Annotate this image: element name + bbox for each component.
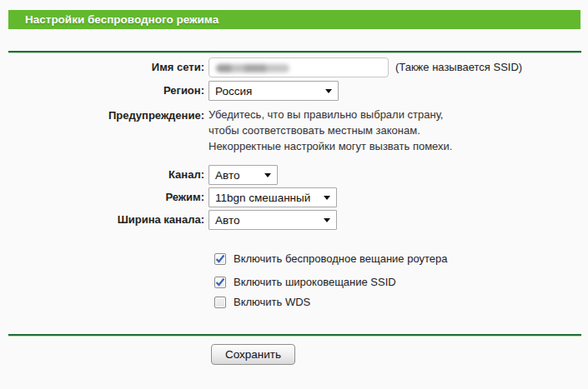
channel-width-select[interactable]: Авто bbox=[209, 210, 337, 230]
section-header: Настройки беспроводного режима bbox=[8, 10, 580, 29]
divider-top bbox=[8, 51, 581, 53]
checkmark-icon bbox=[215, 254, 225, 264]
enable-wds-row[interactable]: Включить WDS bbox=[214, 296, 310, 308]
channel-select[interactable]: Авто bbox=[209, 165, 278, 185]
region-row: Регион: Россия bbox=[0, 81, 588, 101]
chevron-down-icon bbox=[324, 196, 330, 200]
mode-label: Режим: bbox=[0, 187, 204, 207]
mode-select[interactable]: 11bgn смешанный bbox=[209, 187, 337, 207]
region-select[interactable]: Россия bbox=[209, 81, 339, 101]
chevron-down-icon bbox=[324, 218, 330, 222]
divider-bottom bbox=[8, 334, 581, 337]
ssid-note: (Также называется SSID) bbox=[395, 57, 522, 77]
channel-width-label: Ширина канала: bbox=[0, 210, 204, 230]
enable-wds-label: Включить WDS bbox=[234, 296, 310, 308]
network-name-input[interactable] bbox=[209, 57, 389, 77]
enable-ssid-broadcast-row[interactable]: Включить широковещание SSID bbox=[214, 276, 396, 288]
enable-ssid-broadcast-checkbox[interactable] bbox=[214, 277, 226, 288]
network-name-label: Имя сети: bbox=[0, 57, 204, 77]
channel-width-value: Авто bbox=[215, 214, 239, 227]
enable-ssid-broadcast-label: Включить широковещание SSID bbox=[234, 276, 396, 288]
warning-line: чтобы соответствовать местным законам. bbox=[209, 122, 452, 138]
save-button[interactable]: Сохранить bbox=[211, 344, 295, 365]
warning-label: Предупреждение: bbox=[0, 107, 204, 122]
channel-row: Канал: Авто bbox=[0, 165, 588, 185]
channel-width-row: Ширина канала: Авто bbox=[0, 210, 588, 230]
channel-label: Канал: bbox=[0, 165, 204, 185]
enable-wireless-radio-label: Включить беспроводное вещание роутера bbox=[234, 252, 448, 265]
region-value: Россия bbox=[215, 85, 252, 97]
warning-row: Предупреждение: Убедитесь, что вы правил… bbox=[0, 107, 588, 154]
wireless-settings-page: Настройки беспроводного режима Имя сети:… bbox=[0, 0, 588, 389]
network-name-row: Имя сети: (Также называется SSID) bbox=[0, 57, 588, 77]
channel-value: Авто bbox=[215, 169, 239, 182]
page-title: Настройки беспроводного режима bbox=[25, 13, 219, 26]
mode-row: Режим: 11bgn смешанный bbox=[0, 187, 588, 207]
enable-wireless-radio-checkbox[interactable] bbox=[214, 253, 226, 265]
chevron-down-icon bbox=[325, 89, 332, 93]
checkmark-icon bbox=[215, 277, 225, 287]
enable-wireless-radio-row[interactable]: Включить беспроводное вещание роутера bbox=[214, 252, 448, 265]
mode-value: 11bgn смешанный bbox=[215, 192, 310, 204]
warning-line: Убедитесь, что вы правильно выбрали стра… bbox=[209, 107, 452, 122]
network-name-field[interactable] bbox=[209, 58, 388, 77]
region-label: Регион: bbox=[0, 81, 204, 101]
chevron-down-icon bbox=[264, 173, 271, 177]
enable-wds-checkbox[interactable] bbox=[214, 297, 226, 308]
warning-text: Убедитесь, что вы правильно выбрали стра… bbox=[209, 107, 452, 154]
warning-line: Некорректные настройки могут вызвать пом… bbox=[209, 138, 452, 154]
